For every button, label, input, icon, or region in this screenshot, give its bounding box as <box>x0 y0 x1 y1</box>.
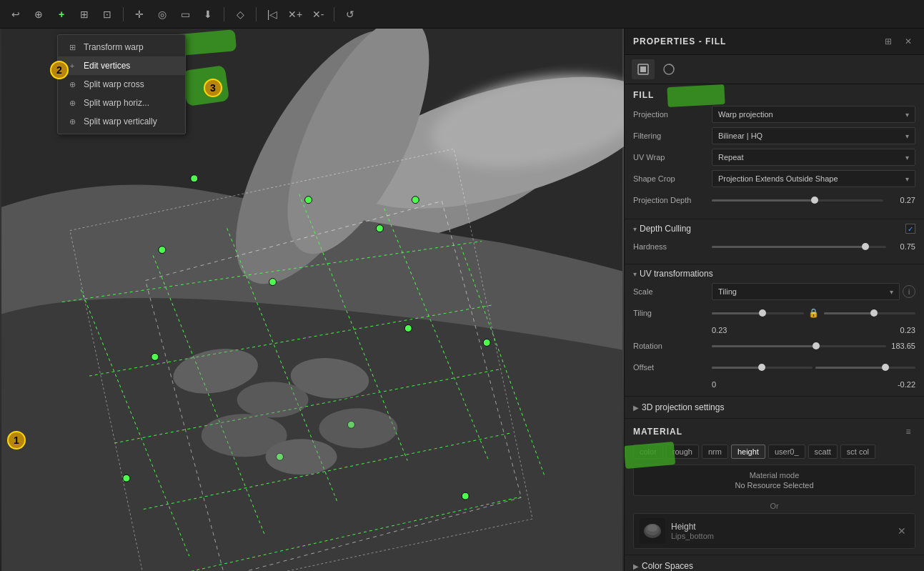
dropdown-item-split-horiz[interactable]: ⊕ Split warp horiz... <box>58 94 185 112</box>
fill-section-wrapper: FILL Projection Warp projection ▾ Filter… <box>625 84 924 219</box>
toolbar-icon-reset[interactable]: ↺ <box>340 4 360 24</box>
tiling-slider-track-1[interactable] <box>712 312 804 314</box>
hardness-row: Hardness 0.75 <box>633 238 915 255</box>
material-tab-color[interactable]: color <box>633 445 663 459</box>
tiling-label: Tiling <box>633 309 712 317</box>
color-spaces-section[interactable]: ▶ Color Spaces <box>625 555 924 571</box>
uv-wrap-chevron: ▾ <box>905 154 909 162</box>
dropdown-item-label-split-horiz: Split warp horiz... <box>84 98 149 108</box>
toolbar-icon-plus[interactable]: + <box>51 4 71 24</box>
height-close-button[interactable]: ✕ <box>895 524 909 538</box>
depth-culling-checkbox[interactable]: ✓ <box>905 224 915 234</box>
uv-transform-section: ▾ UV transformations Scale Tiling ▾ i Ti… <box>625 264 924 397</box>
uv-wrap-value-wrapper: Repeat ▾ <box>712 149 915 166</box>
panel-grid-icon[interactable]: ⊞ <box>881 34 895 49</box>
proj-3d-section[interactable]: ▶ 3D projection settings <box>625 397 924 419</box>
canvas-area[interactable]: ⊞ Transform warp + Edit vertices ⊕ Split… <box>0 29 624 571</box>
projection-value-wrapper: Warp projection ▾ <box>712 106 915 123</box>
uv-wrap-row: UV Wrap Repeat ▾ <box>633 149 915 166</box>
uv-transform-title[interactable]: ▾ UV transformations <box>633 269 713 279</box>
toolbar-icon-xplus[interactable]: ✕+ <box>285 4 305 24</box>
color-spaces-chevron: ▶ <box>633 562 639 570</box>
hardness-value: 0.75 <box>890 242 915 251</box>
shape-crop-chevron: ▾ <box>905 175 909 183</box>
tiling-slider-track-2[interactable] <box>824 312 916 314</box>
properties-panel: PROPERTIES - FILL ⊞ ✕ <box>624 29 924 571</box>
hardness-slider-track[interactable] <box>712 246 886 248</box>
uv-wrap-select[interactable]: Repeat ▾ <box>712 149 915 166</box>
offset-slider-track-1[interactable] <box>712 367 813 369</box>
svg-point-24 <box>483 339 490 346</box>
dropdown-item-split-vert[interactable]: ⊕ Split warp vertically <box>58 112 185 131</box>
panel-tab-fill[interactable] <box>632 59 655 79</box>
toolbar-icon-download[interactable]: ⬇ <box>198 4 218 24</box>
tiling-value-2: 0.23 <box>900 326 915 334</box>
material-tab-rough[interactable]: rough <box>666 445 699 459</box>
toolbar-separator-1 <box>123 7 124 21</box>
toolbar-icon-diamond[interactable]: ◇ <box>230 4 250 24</box>
toolbar-icon-grid[interactable]: ⊞ <box>74 4 94 24</box>
material-tab-user0[interactable]: user0_ <box>768 445 805 459</box>
material-title: MATERIAL <box>633 427 682 437</box>
rotation-slider-track[interactable] <box>712 345 886 347</box>
toolbar-icon-undo[interactable]: ↩ <box>6 4 26 24</box>
proj-depth-slider-track[interactable] <box>712 199 883 202</box>
height-name: Height <box>671 522 889 532</box>
material-settings-icon[interactable]: ≡ <box>901 424 915 439</box>
height-sub: Lips_bottom <box>671 532 889 540</box>
svg-point-22 <box>404 324 412 332</box>
svg-point-19 <box>269 279 277 286</box>
split-horiz-icon: ⊕ <box>66 97 78 109</box>
offset-slider-track-2[interactable] <box>815 367 916 369</box>
material-tab-height[interactable]: height <box>731 445 765 459</box>
projection-chevron: ▾ <box>905 111 909 119</box>
toolbar: ↩ ⊕ + ⊞ ⊡ ✛ ◎ ▭ ⬇ ◇ |◁ ✕+ ✕- ↺ <box>0 0 924 29</box>
filtering-row: Filtering Bilinear | HQ ▾ <box>633 127 915 144</box>
dropdown-item-edit-vertices[interactable]: + Edit vertices <box>58 56 185 75</box>
proj-3d-label: ▶ 3D projection settings <box>633 402 915 412</box>
toolbar-icon-edit[interactable]: ⊡ <box>97 4 117 24</box>
material-tab-nrm[interactable]: nrm <box>702 445 728 459</box>
height-item: Height Lips_bottom ✕ <box>633 513 915 549</box>
filtering-value-wrapper: Bilinear | HQ ▾ <box>712 127 915 144</box>
svg-rect-39 <box>640 66 646 72</box>
dropdown-item-transform-warp[interactable]: ⊞ Transform warp <box>58 38 185 56</box>
dropdown-item-split-cross[interactable]: ⊕ Split warp cross <box>58 75 185 94</box>
toolbar-icon-rect[interactable]: ▭ <box>175 4 195 24</box>
shape-crop-label: Shape Crop <box>633 174 712 183</box>
fill-section: FILL Projection Warp projection ▾ Filter… <box>625 84 924 219</box>
height-thumbnail <box>640 518 665 544</box>
material-header: MATERIAL ≡ <box>633 424 915 439</box>
scale-info-icon[interactable]: i <box>903 285 915 298</box>
proj-depth-value: 0.27 <box>890 196 915 204</box>
material-mode-box: Material mode No Resource Selected <box>633 465 915 496</box>
offset-sliders-wrapper <box>712 367 915 369</box>
rotation-row: Rotation 183.65 <box>633 337 915 354</box>
edit-vertices-icon: + <box>66 60 78 71</box>
projection-select[interactable]: Warp projection ▾ <box>712 106 915 123</box>
material-tab-scatt[interactable]: scatt <box>808 445 838 459</box>
tiling-values-row: 0.23 0.23 <box>633 326 915 337</box>
scale-select[interactable]: Tiling ▾ <box>712 283 900 300</box>
material-mode-title: Material mode <box>642 471 906 480</box>
toolbar-separator-2 <box>224 7 224 21</box>
toolbar-icon-xminus[interactable]: ✕- <box>308 4 328 24</box>
offset-value-2: -0.22 <box>898 380 915 389</box>
material-tabs: color rough nrm height user0_ scatt <box>633 445 915 459</box>
depth-culling-title[interactable]: ▾ Depth Culling <box>633 224 691 234</box>
panel-tab-layer[interactable] <box>657 59 680 79</box>
depth-culling-header: ▾ Depth Culling ✓ <box>633 224 915 234</box>
panel-close-icon[interactable]: ✕ <box>901 34 915 49</box>
dropdown-item-label-split-vert: Split warp vertically <box>84 116 157 126</box>
proj-3d-chevron: ▶ <box>633 404 639 412</box>
toolbar-icon-circle[interactable]: ◎ <box>152 4 172 24</box>
tiling-lock-icon[interactable]: 🔒 <box>807 306 821 320</box>
material-tab-sct-col[interactable]: sct col <box>840 445 875 459</box>
shape-crop-select[interactable]: Projection Extends Outside Shape ▾ <box>712 170 915 187</box>
toolbar-icon-back[interactable]: |◁ <box>262 4 282 24</box>
toolbar-icon-move[interactable]: ✛ <box>129 4 149 24</box>
depth-culling-chevron: ▾ <box>633 225 637 233</box>
toolbar-icon-add[interactable]: ⊕ <box>29 4 49 24</box>
filtering-select[interactable]: Bilinear | HQ ▾ <box>712 127 915 144</box>
filtering-chevron: ▾ <box>905 132 909 140</box>
